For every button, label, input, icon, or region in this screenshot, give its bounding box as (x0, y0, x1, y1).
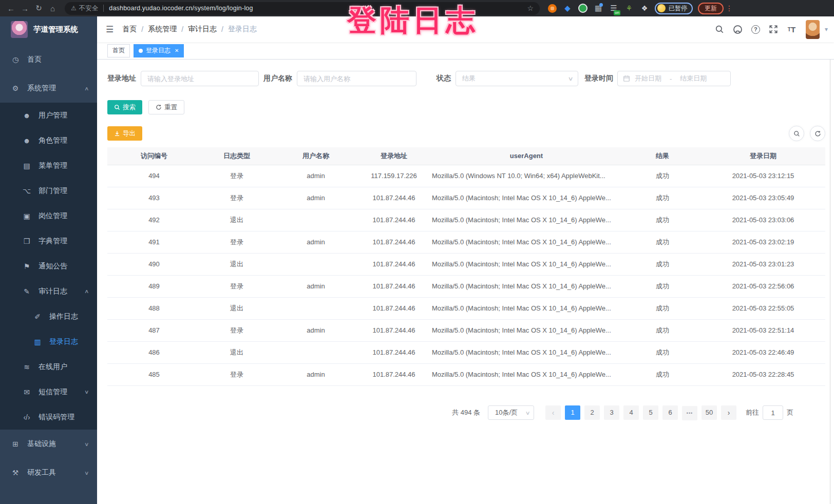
table-row[interactable]: 486退出101.87.244.46Mozilla/5.0 (Macintosh… (107, 341, 825, 363)
sidebar-item-dept-mgmt[interactable]: ⌥部门管理 (0, 178, 97, 203)
sidebar-item-dict-mgmt[interactable]: ❒字典管理 (0, 228, 97, 254)
user-avatar[interactable] (806, 20, 820, 39)
page-size-select[interactable]: 10条/页 ∨ (488, 405, 534, 420)
github-icon[interactable] (730, 19, 746, 40)
sidebar: 芋道管理系统 ◷首页⚙系统管理∧☻用户管理☻角色管理▤菜单管理⌥部门管理▣岗位管… (0, 16, 97, 504)
tag-login-log[interactable]: 登录日志✕ (134, 44, 184, 57)
cell-log-type: 登录 (201, 187, 273, 209)
scrollbar-track[interactable] (830, 60, 830, 504)
sidebar-item-errcode-mgmt[interactable]: ‹/›错误码管理 (0, 404, 97, 430)
sidebar-item-operate-log[interactable]: ✐操作日志 (0, 304, 97, 329)
reset-button[interactable]: 重置 (148, 100, 184, 114)
breadcrumb-item[interactable]: 审计日志 (188, 25, 217, 34)
search-icon[interactable] (712, 19, 728, 40)
browser-home-icon[interactable]: ⌂ (46, 4, 60, 13)
url-text[interactable]: dashboard.yudao.iocoder.cn/system/log/lo… (109, 5, 253, 12)
sidebar-item-system-mgmt[interactable]: ⚙系统管理∧ (0, 74, 97, 103)
toggle-search-button[interactable] (789, 126, 804, 141)
sidebar-item-home[interactable]: ◷首页 (0, 45, 97, 74)
profile-paused-badge[interactable]: 已暂停 (655, 3, 693, 14)
tag-label: 首页 (112, 46, 125, 55)
table-row[interactable]: 488退出101.87.244.46Mozilla/5.0 (Macintosh… (107, 297, 825, 319)
sidebar-item-notice[interactable]: ⚑通知公告 (0, 254, 97, 279)
cell-login-ip: 117.159.17.226 (359, 165, 429, 187)
font-size-icon[interactable]: TT (784, 19, 800, 40)
username-input[interactable] (297, 71, 416, 86)
update-label: 更新 (705, 4, 717, 13)
page-button-50[interactable]: 50 (702, 405, 717, 420)
sidebar-item-label: 登录日志 (49, 337, 78, 346)
next-page-button[interactable]: › (721, 405, 736, 420)
sidebar-item-login-log[interactable]: ▥登录日志 (0, 329, 97, 354)
page-button-1[interactable]: 1 (565, 405, 580, 420)
login-log-table: 访问编号日志类型用户名称登录地址userAgent结果登录日期 494登录adm… (107, 147, 825, 386)
extension-orange-icon[interactable] (547, 3, 557, 13)
sidebar-item-label: 基础设施 (27, 439, 56, 449)
table-row[interactable]: 490退出101.87.244.46Mozilla/5.0 (Macintosh… (107, 253, 825, 275)
table-row[interactable]: 494登录admin117.159.17.226Mozilla/5.0 (Win… (107, 165, 825, 187)
cell-log-type: 登录 (201, 165, 273, 187)
extension-plant-icon[interactable]: ⚘ (624, 3, 634, 13)
browser-update-button[interactable]: 更新 (698, 3, 724, 14)
refresh-table-button[interactable] (810, 126, 825, 141)
annotation-overlay-title: 登陆日志 (347, 1, 479, 41)
login-time-range-picker[interactable]: 开始日期 - 结束日期 (617, 71, 731, 86)
sidebar-logo[interactable]: 芋道管理系统 (0, 16, 97, 42)
pager-more-icon[interactable]: ••• (682, 406, 697, 420)
browser-reload-icon[interactable]: ↻ (32, 4, 46, 13)
tools-icon: ⚒ (11, 469, 20, 477)
cell-useragent: Mozilla/5.0 (Macintosh; Intel Mac OS X 1… (429, 231, 624, 253)
page-button-4[interactable]: 4 (623, 405, 639, 420)
bookmark-star-icon[interactable]: ☆ (527, 4, 534, 12)
extensions-puzzle-icon[interactable]: ❖ (639, 3, 650, 13)
export-button[interactable]: 导出 (107, 126, 142, 141)
date-range-separator: - (670, 75, 672, 83)
sidebar-item-menu-mgmt[interactable]: ▤菜单管理 (0, 153, 97, 178)
breadcrumb-item[interactable]: 首页 (122, 25, 137, 34)
status-select[interactable]: 结果 ∨ (456, 71, 578, 86)
sidebar-item-role-mgmt[interactable]: ☻角色管理 (0, 128, 97, 153)
search-button[interactable]: 搜索 (107, 100, 142, 114)
sidebar-item-infrastructure[interactable]: ⊞基础设施∨ (0, 430, 97, 458)
cell-result: 成功 (624, 319, 701, 341)
table-row[interactable]: 491登录admin101.87.244.46Mozilla/5.0 (Maci… (107, 231, 825, 253)
extension-tabs-icon[interactable]: ☰on (609, 3, 619, 13)
table-row[interactable]: 492退出101.87.244.46Mozilla/5.0 (Macintosh… (107, 209, 825, 231)
table-row[interactable]: 493登录admin101.87.244.46Mozilla/5.0 (Maci… (107, 187, 825, 209)
browser-menu-icon[interactable]: ⋮ (726, 4, 733, 12)
breadcrumb-item[interactable]: 系统管理 (148, 25, 177, 34)
sidebar-item-user-mgmt[interactable]: ☻用户管理 (0, 103, 97, 128)
sidebar-item-sms-mgmt[interactable]: ✉短信管理∨ (0, 379, 97, 404)
table-row[interactable]: 485登录admin101.87.244.46Mozilla/5.0 (Maci… (107, 363, 825, 385)
not-secure-label[interactable]: 不安全 (79, 4, 99, 13)
sidebar-item-audit-log[interactable]: ✎审计日志∧ (0, 279, 97, 304)
tag-home[interactable]: 首页 (107, 44, 130, 57)
cell-result: 成功 (624, 363, 701, 385)
page-button-2[interactable]: 2 (584, 405, 600, 420)
extension-grid-icon[interactable]: ▦ (593, 3, 603, 13)
avatar-caret-icon[interactable]: ▾ (825, 26, 828, 33)
extension-green-icon[interactable] (578, 3, 588, 13)
hamburger-icon[interactable]: ☰ (97, 24, 122, 35)
help-icon[interactable]: ? (748, 19, 764, 40)
goto-page-input[interactable] (763, 405, 783, 420)
table-row[interactable]: 487登录admin101.87.244.46Mozilla/5.0 (Maci… (107, 319, 825, 341)
browser-back-icon[interactable]: ← (4, 4, 18, 13)
sidebar-item-dev-tools[interactable]: ⚒研发工具∨ (0, 458, 97, 487)
dashboard-icon: ◷ (11, 55, 20, 64)
page-button-3[interactable]: 3 (604, 405, 619, 420)
chevron-up-icon: ∧ (84, 288, 89, 294)
page-button-5[interactable]: 5 (643, 405, 658, 420)
page-button-6[interactable]: 6 (662, 405, 678, 420)
cell-login-date: 2021-05-03 22:56:06 (701, 275, 825, 297)
login-address-input[interactable] (141, 71, 259, 86)
prev-page-button[interactable]: ‹ (545, 405, 561, 420)
extension-diamond-icon[interactable]: ◆ (562, 3, 573, 13)
tag-label: 登录日志 (146, 46, 170, 55)
browser-forward-icon[interactable]: → (18, 4, 32, 13)
sidebar-item-post-mgmt[interactable]: ▣岗位管理 (0, 203, 97, 228)
sidebar-item-online-users[interactable]: ≋在线用户 (0, 354, 97, 379)
fullscreen-icon[interactable] (766, 19, 782, 40)
table-row[interactable]: 489登录admin101.87.244.46Mozilla/5.0 (Maci… (107, 275, 825, 297)
tag-close-icon[interactable]: ✕ (175, 48, 179, 53)
